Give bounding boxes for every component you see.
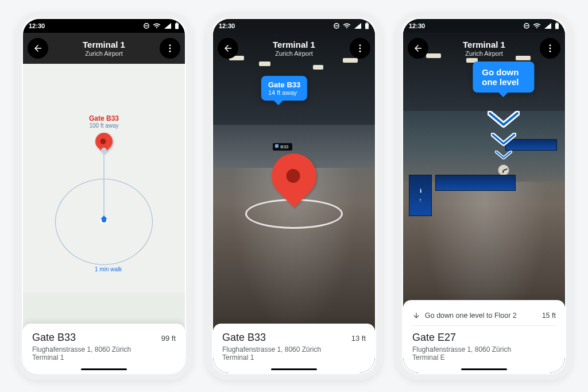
- walk-time-label: 1 min walk: [95, 266, 122, 272]
- wifi-icon: [343, 23, 351, 29]
- stage: 12:30 Terminal 1 Zurich Airport: [0, 0, 588, 392]
- signal-icon: [164, 23, 171, 29]
- status-bar: 12:30: [23, 19, 185, 33]
- step-distance: 15 ft: [542, 312, 556, 320]
- svg-point-5: [169, 48, 171, 49]
- wifi-icon: [533, 23, 541, 29]
- arrow-left-icon: [33, 43, 43, 53]
- svg-point-12: [359, 48, 361, 49]
- destination-card[interactable]: Go down one level to Floor 2 15 ft Gate …: [403, 300, 565, 373]
- battery-icon: [365, 22, 369, 29]
- svg-rect-2: [175, 24, 179, 29]
- svg-rect-16: [555, 24, 559, 29]
- destination-card[interactable]: Gate B33 13 ft Flughafenstrasse 1, 8060 …: [213, 324, 375, 373]
- home-indicator: [461, 368, 507, 370]
- svg-point-19: [550, 48, 551, 49]
- wifi-icon: [153, 23, 161, 29]
- screen: 12:30 Terminal 1 Zurich Airport: [23, 19, 185, 373]
- more-vert-icon: [355, 43, 365, 53]
- status-bar: 12:30: [403, 19, 565, 33]
- callout-distance: 14 ft away: [268, 89, 300, 96]
- ar-camera-view[interactable]: B33 Gate B33 14 ft away: [213, 19, 375, 373]
- svg-rect-3: [176, 22, 178, 24]
- status-icons: [334, 22, 369, 29]
- svg-point-20: [550, 51, 551, 52]
- dnd-icon: [144, 23, 149, 29]
- instruction-text: Go down one level: [482, 67, 519, 87]
- chevron-down-icon: [491, 133, 516, 148]
- dnd-icon: [334, 23, 339, 29]
- card-title: Gate B33: [222, 332, 266, 344]
- card-address: Flughafenstrasse 1, 8060 Zürich: [32, 345, 176, 353]
- clock: 12:30: [409, 22, 425, 29]
- clock: 12:30: [29, 22, 45, 29]
- ar-instruction-callout: Go down one level: [473, 62, 534, 93]
- battery-icon: [555, 22, 559, 29]
- back-button[interactable]: [408, 38, 428, 59]
- arrow-left-icon: [223, 43, 233, 53]
- svg-rect-15: [525, 25, 528, 26]
- ar-destination-pin-icon: [272, 153, 316, 198]
- screen: B33 Gate B33 14 ft away 12:30: [213, 19, 375, 373]
- card-distance: 99 ft: [161, 334, 176, 343]
- back-button[interactable]: [218, 38, 238, 59]
- arrow-left-icon: [413, 43, 423, 53]
- svg-rect-10: [366, 22, 368, 24]
- ar-down-chevrons: [488, 111, 520, 161]
- status-icons: [524, 22, 559, 29]
- phone-ar-direction-view: ℹ↑ Go down one level 12:30: [396, 12, 572, 380]
- screen: ℹ↑ Go down one level 12:30: [403, 19, 565, 373]
- card-title: Gate E27: [412, 332, 456, 344]
- departures-board: [435, 175, 516, 191]
- svg-rect-1: [145, 25, 148, 26]
- svg-rect-17: [556, 22, 558, 24]
- svg-point-13: [359, 51, 361, 52]
- current-location-dot: [100, 216, 108, 224]
- card-address: Flughafenstrasse 1, 8060 Zürich: [412, 345, 556, 353]
- svg-rect-8: [335, 25, 338, 26]
- status-icons: [144, 22, 179, 29]
- destination-card[interactable]: Gate B33 99 ft Flughafenstrasse 1, 8060 …: [23, 324, 185, 373]
- destination-name: Gate B33: [89, 114, 119, 122]
- signal-icon: [354, 23, 361, 29]
- more-vert-icon: [165, 43, 175, 53]
- arrow-down-icon: [412, 312, 420, 320]
- card-address: Flughafenstrasse 1, 8060 Zürich: [222, 345, 366, 353]
- home-indicator: [81, 368, 127, 370]
- ar-callout: Gate B33 14 ft away: [261, 76, 307, 101]
- card-distance: 13 ft: [351, 334, 366, 343]
- overflow-menu-button[interactable]: [540, 38, 560, 59]
- gate-sign: B33: [273, 143, 292, 151]
- signal-icon: [544, 23, 551, 29]
- svg-point-4: [169, 44, 171, 46]
- next-step-row: Go down one level to Floor 2 15 ft: [412, 308, 556, 326]
- wall-clock: [498, 164, 509, 176]
- phone-map-view: 12:30 Terminal 1 Zurich Airport: [16, 12, 192, 380]
- clock: 12:30: [219, 22, 235, 29]
- card-sublocation: Terminal 1: [222, 353, 366, 362]
- card-title: Gate B33: [32, 332, 76, 344]
- chevron-down-icon: [495, 151, 512, 161]
- home-indicator: [271, 368, 317, 370]
- overflow-menu-button[interactable]: [350, 38, 370, 59]
- app-bar: Terminal 1 Zurich Airport: [403, 33, 565, 64]
- status-bar: 12:30: [213, 19, 375, 33]
- wayfinding-sign: ℹ↑: [409, 175, 432, 216]
- svg-rect-9: [365, 24, 369, 29]
- card-sublocation: Terminal 1: [32, 353, 176, 362]
- svg-point-11: [359, 44, 361, 46]
- map-destination-label: Gate B33 100 ft away: [89, 114, 119, 129]
- more-vert-icon: [545, 43, 555, 53]
- svg-point-6: [169, 51, 171, 52]
- phone-ar-pin-view: B33 Gate B33 14 ft away 12:30: [206, 12, 382, 380]
- back-button[interactable]: [28, 38, 48, 59]
- step-text: Go down one level to Floor 2: [425, 312, 517, 320]
- overflow-menu-button[interactable]: [160, 38, 180, 59]
- app-bar: Terminal 1 Zurich Airport: [23, 33, 185, 64]
- card-sublocation: Terminal E: [412, 353, 556, 362]
- battery-icon: [175, 22, 179, 29]
- svg-point-18: [550, 44, 551, 46]
- dnd-icon: [524, 23, 529, 29]
- chevron-down-icon: [488, 111, 520, 130]
- app-bar: Terminal 1 Zurich Airport: [213, 33, 375, 64]
